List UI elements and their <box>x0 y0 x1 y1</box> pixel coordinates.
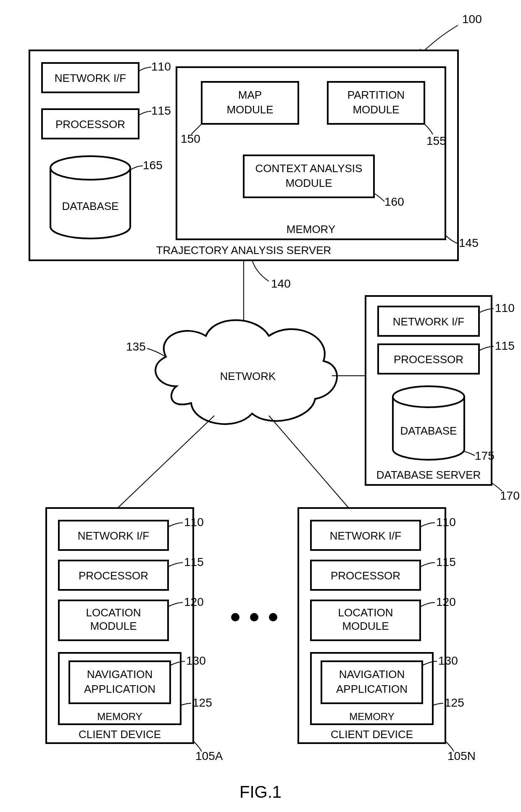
svg-point-0 <box>50 156 130 180</box>
partition-module-l1: PARTITION <box>347 89 405 101</box>
map-module-l2: MODULE <box>226 103 273 116</box>
partition-module-l2: MODULE <box>353 103 399 116</box>
diagram-canvas: 100 TRAJECTORY ANALYSIS SERVER 140 NETWO… <box>0 0 521 812</box>
map-module-box <box>202 82 298 124</box>
client-n-nav-l2: APPLICATION <box>336 683 408 695</box>
server-memory-title: MEMORY <box>287 223 336 236</box>
ref-115-a: 115 <box>184 555 204 568</box>
ref-125-n: 125 <box>445 696 464 709</box>
ref-110-n: 110 <box>436 516 456 529</box>
ref-110-server: 110 <box>151 60 171 73</box>
ref-175: 175 <box>475 449 495 462</box>
ellipsis-dot <box>269 613 277 621</box>
figure-caption: FIG.1 <box>239 783 282 801</box>
client-a-memory-title: MEMORY <box>97 711 142 722</box>
client-a-location-l2: MODULE <box>90 620 137 632</box>
partition-module-box <box>328 82 424 124</box>
ref-105N: 105N <box>447 749 476 762</box>
client-n-network-if-label: NETWORK I/F <box>330 529 401 542</box>
ellipsis-dot <box>250 613 258 621</box>
ref-150: 150 <box>181 132 200 145</box>
client-a-nav-box <box>69 661 170 703</box>
ref-125-a: 125 <box>192 696 212 709</box>
network-label: NETWORK <box>220 370 276 382</box>
ref-105A: 105A <box>195 749 223 762</box>
link-network-clientA <box>118 416 214 508</box>
server-database-label: DATABASE <box>62 200 119 212</box>
ref-115-db: 115 <box>495 339 515 352</box>
context-module-l1: CONTEXT ANALYSIS <box>255 162 363 175</box>
db-database-label: DATABASE <box>400 424 457 437</box>
ref-120-a: 120 <box>184 595 204 608</box>
svg-point-1 <box>393 386 464 407</box>
db-network-if-label: NETWORK I/F <box>393 315 464 328</box>
ref-135: 135 <box>126 340 146 353</box>
server-network-if-label: NETWORK I/F <box>55 72 126 84</box>
context-module-l2: MODULE <box>285 177 332 189</box>
ellipsis-dot <box>231 613 239 621</box>
client-a-nav-l2: APPLICATION <box>84 683 155 695</box>
context-module-box <box>244 155 374 197</box>
client-n-title: CLIENT DEVICE <box>331 728 413 741</box>
ref-170: 170 <box>500 489 520 502</box>
ref-165: 165 <box>143 159 163 172</box>
ref-160: 160 <box>384 195 404 208</box>
client-a-nav-l1: NAVIGATION <box>87 668 153 681</box>
server-processor-label: PROCESSOR <box>55 118 125 131</box>
ref-110-a: 110 <box>184 516 204 529</box>
ref-155: 155 <box>426 134 446 147</box>
trajectory-server-title: TRAJECTORY ANALYSIS SERVER <box>156 244 332 257</box>
ref-100: 100 <box>462 13 482 26</box>
leader-140 <box>252 260 269 281</box>
network-cloud: NETWORK <box>155 320 337 424</box>
ref-110-db: 110 <box>495 301 515 314</box>
ref-115-n: 115 <box>436 555 456 568</box>
client-a-network-if-label: NETWORK I/F <box>78 529 149 542</box>
client-a-title: CLIENT DEVICE <box>79 728 161 741</box>
db-server-title: DATABASE SERVER <box>376 469 481 481</box>
client-n-location-l2: MODULE <box>342 620 389 632</box>
ref-130-n: 130 <box>438 654 458 667</box>
client-n-nav-l1: NAVIGATION <box>339 668 405 681</box>
ref-145: 145 <box>459 236 479 249</box>
client-n-location-l1: LOCATION <box>338 606 393 619</box>
ref-130-a: 130 <box>186 654 206 667</box>
ref-115-server: 115 <box>151 104 171 117</box>
ref-120-n: 120 <box>436 595 456 608</box>
db-processor-label: PROCESSOR <box>394 353 463 366</box>
link-network-clientN <box>269 416 349 508</box>
client-n-nav-box <box>321 661 422 703</box>
map-module-l1: MAP <box>238 89 262 101</box>
client-a-location-l1: LOCATION <box>86 606 141 619</box>
ref-140: 140 <box>271 277 291 290</box>
client-n-processor-label: PROCESSOR <box>331 569 400 582</box>
client-a-processor-label: PROCESSOR <box>79 569 148 582</box>
client-n-memory-title: MEMORY <box>349 711 395 722</box>
